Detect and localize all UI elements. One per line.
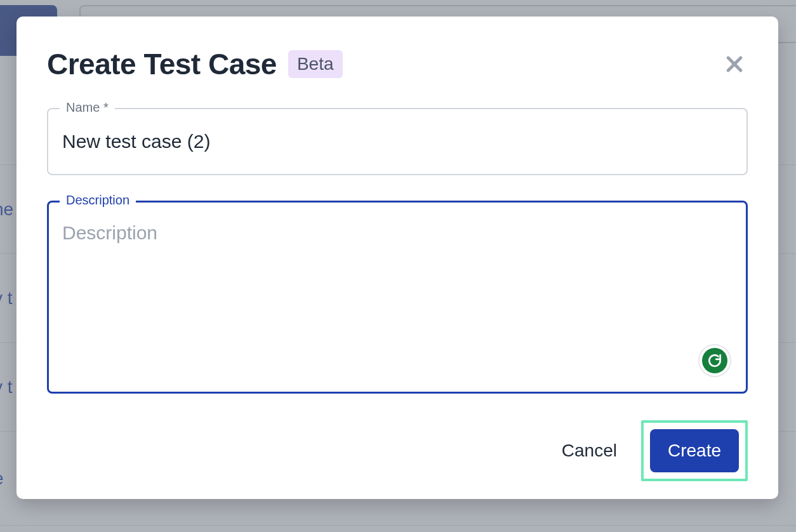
modal-header: Create Test Case Beta: [47, 47, 748, 81]
beta-badge: Beta: [288, 50, 343, 78]
create-test-case-modal: Create Test Case Beta Name * Description: [17, 17, 778, 499]
close-icon: [724, 53, 745, 75]
modal-title-wrap: Create Test Case Beta: [47, 47, 343, 81]
name-input[interactable]: [47, 108, 748, 175]
description-textarea[interactable]: [47, 201, 748, 391]
modal-title: Create Test Case: [47, 47, 277, 81]
close-button[interactable]: [721, 51, 748, 77]
grammarly-icon: [702, 348, 727, 373]
create-button-highlight: Create: [641, 420, 748, 481]
name-field: Name *: [47, 108, 748, 175]
modal-footer: Cancel Create: [47, 420, 748, 481]
cancel-button[interactable]: Cancel: [555, 432, 623, 470]
description-field-label: Description: [60, 193, 136, 208]
create-button[interactable]: Create: [650, 429, 739, 472]
grammarly-badge[interactable]: [698, 344, 731, 377]
name-field-label: Name *: [60, 100, 115, 115]
description-field: Description: [47, 201, 748, 394]
